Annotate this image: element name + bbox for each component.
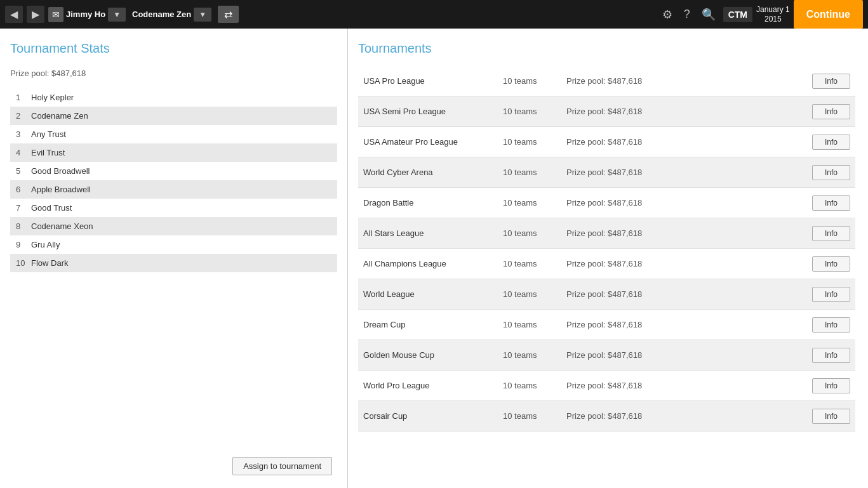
- tournament-info-button[interactable]: Info: [812, 256, 850, 272]
- tournament-teams: 10 teams: [503, 228, 566, 238]
- team-name-label: Gru Ally: [31, 240, 331, 249]
- team-list-item: 4Evil Trust: [10, 143, 337, 162]
- tournament-row: USA Semi Pro League 10 teams Prize pool:…: [358, 96, 855, 127]
- tournament-name: Dragon Battle: [363, 198, 503, 208]
- tournament-info-button[interactable]: Info: [812, 165, 850, 180]
- tournament-row: World League 10 teams Prize pool: $487,6…: [358, 279, 855, 310]
- continue-button[interactable]: Continue: [794, 0, 863, 29]
- tournament-row: USA Amateur Pro League 10 teams Prize po…: [358, 127, 855, 157]
- team-list-item: 6Apple Broadwell: [10, 180, 337, 199]
- tournament-teams: 10 teams: [503, 350, 566, 360]
- team-rank: 5: [16, 166, 31, 176]
- tournament-stats-title: Tournament Stats: [10, 41, 337, 56]
- tournament-name: USA Pro League: [363, 76, 503, 86]
- tournament-teams: 10 teams: [503, 381, 566, 390]
- tournament-info-button[interactable]: Info: [812, 348, 850, 363]
- tournament-row: Dream Cup 10 teams Prize pool: $487,618 …: [358, 310, 855, 340]
- team-list-item: 8Codename Xeon: [10, 217, 337, 235]
- tournament-teams: 10 teams: [503, 137, 566, 147]
- tournament-prize: Prize pool: $487,618: [566, 137, 812, 147]
- tournament-teams: 10 teams: [503, 76, 566, 86]
- search-button[interactable]: 🔍: [698, 5, 719, 24]
- forward-button[interactable]: ▶: [27, 6, 44, 23]
- tournament-row: World Pro League 10 teams Prize pool: $4…: [358, 371, 855, 401]
- tournament-info-button[interactable]: Info: [812, 195, 850, 211]
- team-name-label: Apple Broadwell: [31, 185, 331, 194]
- tournament-teams: 10 teams: [503, 259, 566, 268]
- team-section: Codename Zen ▼: [132, 8, 211, 22]
- team-list-item: 3Any Trust: [10, 125, 337, 143]
- tournament-info-button[interactable]: Info: [812, 104, 850, 119]
- team-rank: 1: [16, 93, 31, 102]
- tournament-prize: Prize pool: $487,618: [566, 259, 812, 268]
- date-line2: 2015: [756, 15, 790, 23]
- tournament-info-button[interactable]: Info: [812, 226, 850, 241]
- team-name-label: Good Broadwell: [31, 166, 331, 176]
- tournament-name: World Cyber Arena: [363, 168, 503, 177]
- navbar: ◀ ▶ ✉ Jimmy Ho ▼ Codename Zen ▼ ⇄ ⚙ ? 🔍 …: [0, 0, 868, 29]
- team-name-label: Any Trust: [31, 129, 331, 139]
- team-dropdown-button[interactable]: ▼: [194, 8, 211, 22]
- mail-icon[interactable]: ✉: [48, 7, 63, 22]
- tournament-info-button[interactable]: Info: [812, 409, 850, 424]
- team-list: 1Holy Kepler2Codename Zen3Any Trust4Evil…: [10, 88, 337, 272]
- left-panel: Tournament Stats Prize pool: $487,618 1H…: [0, 29, 348, 488]
- tournaments-title: Tournaments: [358, 41, 858, 56]
- tournament-row: USA Pro League 10 teams Prize pool: $487…: [358, 66, 855, 96]
- tournament-prize: Prize pool: $487,618: [566, 350, 812, 360]
- tournament-teams: 10 teams: [503, 289, 566, 299]
- tournament-row: All Stars League 10 teams Prize pool: $4…: [358, 218, 855, 249]
- settings-button[interactable]: ⚙: [658, 5, 676, 24]
- assign-btn-container: Assign to tournament: [10, 451, 337, 475]
- back-button[interactable]: ◀: [5, 6, 23, 23]
- tournament-info-button[interactable]: Info: [812, 135, 850, 150]
- team-name-label: Codename Xeon: [31, 221, 331, 231]
- team-list-item: 1Holy Kepler: [10, 88, 337, 107]
- tournament-name: All Stars League: [363, 228, 503, 238]
- tournament-prize: Prize pool: $487,618: [566, 228, 812, 238]
- tournament-row: World Cyber Arena 10 teams Prize pool: $…: [358, 157, 855, 188]
- assign-to-tournament-button[interactable]: Assign to tournament: [232, 457, 332, 475]
- team-rank: 3: [16, 129, 31, 139]
- tournament-teams: 10 teams: [503, 168, 566, 177]
- player-section: ✉ Jimmy Ho ▼: [48, 7, 126, 22]
- tournament-prize: Prize pool: $487,618: [566, 168, 812, 177]
- tournament-row: Golden Mouse Cup 10 teams Prize pool: $4…: [358, 340, 855, 371]
- help-button[interactable]: ?: [680, 5, 694, 23]
- team-rank: 8: [16, 221, 31, 231]
- team-rank: 7: [16, 203, 31, 213]
- main-content: Tournament Stats Prize pool: $487,618 1H…: [0, 29, 868, 488]
- team-name-label: Codename Zen: [31, 111, 331, 121]
- ctm-label: CTM: [723, 7, 752, 22]
- tournament-prize: Prize pool: $487,618: [566, 411, 812, 421]
- tournament-prize: Prize pool: $487,618: [566, 381, 812, 390]
- tournament-info-button[interactable]: Info: [812, 287, 850, 302]
- tournament-prize: Prize pool: $487,618: [566, 76, 812, 86]
- team-list-item: 5Good Broadwell: [10, 162, 337, 180]
- tournament-teams: 10 teams: [503, 198, 566, 208]
- team-list-item: 10Flow Dark: [10, 254, 337, 272]
- tournament-info-button[interactable]: Info: [812, 317, 850, 333]
- tournament-row: Dragon Battle 10 teams Prize pool: $487,…: [358, 188, 855, 218]
- tournament-prize: Prize pool: $487,618: [566, 107, 812, 116]
- tournament-info-button[interactable]: Info: [812, 74, 850, 89]
- team-rank: 2: [16, 111, 31, 121]
- transfer-button[interactable]: ⇄: [218, 6, 239, 23]
- tournament-name: USA Amateur Pro League: [363, 137, 503, 147]
- team-rank: 10: [16, 258, 31, 268]
- team-name-label: Evil Trust: [31, 148, 331, 157]
- player-name: Jimmy Ho: [66, 10, 105, 19]
- team-rank: 6: [16, 185, 31, 194]
- player-dropdown-button[interactable]: ▼: [108, 8, 126, 22]
- tournament-prize: Prize pool: $487,618: [566, 320, 812, 329]
- right-panel: Tournaments USA Pro League 10 teams Priz…: [348, 29, 868, 488]
- team-name: Codename Zen: [132, 10, 191, 19]
- team-list-item: 9Gru Ally: [10, 235, 337, 254]
- team-name-label: Good Trust: [31, 203, 331, 213]
- tournament-name: Corsair Cup: [363, 411, 503, 421]
- team-list-item: 7Good Trust: [10, 199, 337, 217]
- tournament-name: USA Semi Pro League: [363, 107, 503, 116]
- tournament-teams: 10 teams: [503, 320, 566, 329]
- tournaments-list: USA Pro League 10 teams Prize pool: $487…: [358, 66, 858, 475]
- tournament-info-button[interactable]: Info: [812, 378, 850, 393]
